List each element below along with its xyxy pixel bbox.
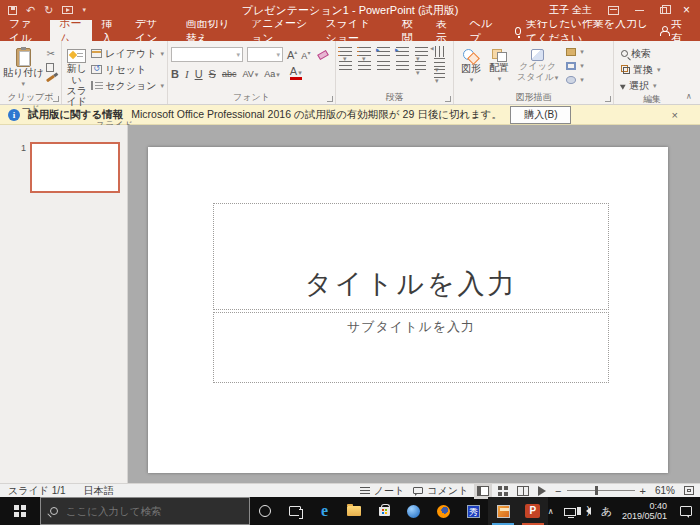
shape-outline-icon[interactable] — [566, 62, 576, 70]
start-button[interactable] — [0, 497, 40, 525]
new-slide-button[interactable]: 新しい スライド — [65, 44, 88, 119]
powerpoint-taskbar-button[interactable]: P — [518, 497, 548, 525]
orange-app-button[interactable] — [488, 497, 518, 525]
volume-icon[interactable] — [586, 507, 591, 515]
file-explorer-button[interactable] — [339, 497, 369, 525]
shapes-button[interactable]: 図形 — [461, 44, 481, 91]
columns-icon[interactable] — [415, 61, 426, 70]
underline-button[interactable]: U — [195, 68, 203, 80]
tab-slideshow[interactable]: スライド ショー — [316, 20, 393, 41]
slide-sorter-view-button[interactable] — [498, 486, 508, 496]
strikethrough-button[interactable]: abc — [222, 69, 237, 79]
tell-me-box[interactable]: 実行したい作業を入力してください — [507, 20, 660, 41]
ime-indicator[interactable]: あ — [601, 504, 612, 519]
italic-button[interactable]: I — [185, 68, 189, 80]
line-spacing-icon[interactable] — [415, 47, 428, 56]
slide-counter[interactable]: スライド 1/1 — [8, 484, 66, 498]
notes-toggle[interactable]: ノート — [360, 484, 404, 498]
clear-formatting-icon[interactable] — [318, 49, 330, 59]
bullets-icon[interactable] — [339, 47, 352, 56]
buy-button[interactable]: 購入(B) — [510, 106, 571, 124]
smartart-icon[interactable] — [434, 69, 445, 78]
decrease-indent-icon[interactable] — [377, 47, 390, 56]
shape-fill-icon[interactable] — [566, 48, 576, 56]
save-icon[interactable] — [8, 6, 17, 15]
redo-icon[interactable]: ↻ — [44, 5, 53, 15]
align-center-icon[interactable] — [358, 61, 371, 70]
language-indicator[interactable]: 日本語 — [84, 484, 114, 498]
tab-home[interactable]: ホーム — [50, 20, 92, 41]
hidemaru-button[interactable]: 秀 — [459, 497, 489, 525]
shrink-font-button[interactable]: A▾ — [301, 49, 310, 61]
slideshow-view-button[interactable] — [538, 486, 546, 496]
close-icon[interactable]: × — [683, 5, 690, 15]
network-icon[interactable] — [564, 508, 576, 516]
zoom-slider-thumb[interactable] — [595, 486, 598, 495]
section-button[interactable]: セクション — [91, 78, 164, 93]
minimize-icon[interactable] — [635, 10, 644, 11]
paragraph-dialog-launcher[interactable] — [445, 96, 451, 102]
zoom-in-button[interactable] — [640, 485, 646, 497]
undo-icon[interactable]: ↶ — [26, 5, 35, 15]
increase-indent-icon[interactable] — [396, 47, 409, 56]
normal-view-button[interactable] — [477, 486, 489, 496]
copy-icon[interactable] — [46, 63, 54, 72]
tab-view[interactable]: 表示 — [427, 20, 461, 41]
slide-thumbnail[interactable] — [30, 142, 120, 193]
browser-button[interactable] — [399, 497, 429, 525]
tab-animations[interactable]: アニメーション — [242, 20, 316, 41]
start-slideshow-icon[interactable] — [62, 6, 73, 14]
clipboard-dialog-launcher[interactable] — [53, 96, 59, 102]
replace-button[interactable]: 置換 — [621, 62, 687, 77]
hidden-icons-chevron[interactable]: ∧ — [548, 507, 554, 516]
numbering-icon[interactable] — [358, 47, 371, 56]
store-button[interactable] — [369, 497, 399, 525]
slide-editor[interactable]: タイトルを入力 サブタイトルを入力 — [148, 147, 668, 473]
edge-button[interactable]: e — [310, 497, 340, 525]
zoom-out-button[interactable] — [555, 485, 561, 497]
arrange-button[interactable]: 配置 — [489, 44, 509, 91]
zoom-slider[interactable] — [567, 490, 635, 491]
customize-qat-icon[interactable]: ▾ — [82, 6, 86, 14]
tab-help[interactable]: ヘルプ — [461, 20, 503, 41]
zoom-percentage[interactable]: 61% — [655, 485, 675, 496]
message-bar-close-icon[interactable]: × — [672, 109, 692, 121]
tab-review[interactable]: 校閲 — [393, 20, 427, 41]
font-color-button[interactable]: A — [290, 67, 302, 80]
clock[interactable]: 0:40 2019/05/01 — [622, 501, 667, 521]
font-name-combo[interactable] — [171, 47, 243, 62]
text-shadow-button[interactable]: S — [209, 68, 216, 80]
paste-button[interactable]: 貼り付け ▾ — [3, 44, 43, 91]
change-case-button[interactable]: Aa — [264, 69, 280, 79]
tab-insert[interactable]: 挿入 — [92, 20, 126, 41]
format-painter-icon[interactable] — [46, 75, 55, 83]
collapse-ribbon-icon[interactable]: ∨ — [686, 92, 692, 101]
select-button[interactable]: 選択 — [621, 78, 687, 93]
ribbon-display-options-icon[interactable] — [608, 6, 619, 15]
tab-design[interactable]: デザイン — [126, 20, 176, 41]
layout-button[interactable]: レイアウト — [91, 46, 164, 61]
share-button[interactable]: 共有 — [660, 20, 700, 41]
drawing-dialog-launcher[interactable] — [605, 96, 611, 102]
reset-button[interactable]: リセット — [91, 62, 164, 77]
fit-slide-to-window-icon[interactable] — [684, 486, 694, 495]
shape-effects-icon[interactable] — [566, 76, 576, 84]
font-size-combo[interactable] — [247, 47, 283, 62]
cut-icon[interactable]: ✂ — [46, 48, 55, 59]
action-center-icon[interactable] — [680, 506, 692, 516]
task-view-button[interactable] — [280, 497, 310, 525]
account-name[interactable]: 王子 全主 — [549, 3, 592, 17]
text-direction-icon[interactable] — [435, 46, 444, 57]
comments-toggle[interactable]: コメント — [413, 484, 468, 498]
cortana-button[interactable] — [250, 497, 280, 525]
paste-dropdown-arrow[interactable]: ▾ — [21, 78, 25, 89]
taskbar-search[interactable] — [40, 497, 251, 525]
restore-icon[interactable] — [660, 7, 667, 14]
tab-file[interactable]: ファイル — [0, 20, 50, 41]
firefox-button[interactable] — [429, 497, 459, 525]
search-input[interactable] — [66, 505, 226, 517]
tab-transitions[interactable]: 画面切り替え — [176, 20, 242, 41]
quick-styles-button[interactable]: クイック スタイル — [517, 44, 558, 91]
align-text-icon[interactable] — [434, 58, 445, 67]
find-button[interactable]: 検索 — [621, 46, 687, 61]
